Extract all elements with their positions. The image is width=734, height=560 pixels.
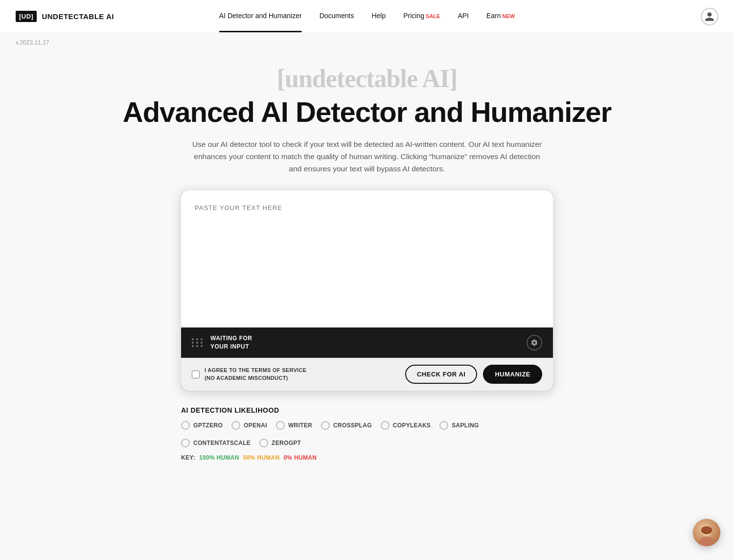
text-input[interactable] (195, 204, 539, 312)
terms-checkbox[interactable] (192, 371, 200, 378)
check-for-ai-button[interactable]: CHECK FOR AI (405, 365, 477, 384)
editor-textarea-wrap (181, 190, 553, 327)
detector-contentatscale-circle (181, 439, 190, 447)
toolbar-left: WAITING FOR YOUR INPUT (192, 334, 252, 351)
key-0-human: 0% HUMAN (283, 454, 317, 461)
detector-crossplag-circle (321, 421, 330, 430)
logo[interactable]: [ud] UNDETECTABLE AI (16, 11, 114, 22)
settings-gear-button[interactable] (527, 335, 542, 350)
avatar-image (693, 519, 720, 546)
detector-writer: WRITER (276, 421, 312, 430)
hero-title-main: Advanced AI Detector and Humanizer (16, 96, 718, 129)
terms-label: I AGREE TO THE TERMS OF SERVICE (NO ACAD… (205, 367, 306, 382)
detector-openai-circle (231, 421, 240, 430)
nav-item-earn[interactable]: EarnNEW (486, 12, 515, 22)
dots-grid-icon (192, 338, 204, 347)
editor-card: WAITING FOR YOUR INPUT I AGREE TO THE TE… (181, 190, 553, 391)
key-50-human: 50% HUMAN (243, 454, 280, 461)
terms-group: I AGREE TO THE TERMS OF SERVICE (NO ACAD… (192, 367, 306, 382)
key-label: KEY: (181, 454, 195, 461)
user-avatar-button[interactable] (701, 8, 718, 25)
pricing-sale-badge: SALE (426, 13, 440, 19)
earn-new-badge: NEW (503, 13, 515, 19)
hero-section: [undetectable AI] Advanced AI Detector a… (0, 52, 734, 175)
detection-key: KEY: 100% HUMAN 50% HUMAN 0% HUMAN (181, 454, 553, 461)
nav-item-api[interactable]: API (458, 12, 469, 22)
navbar: [ud] UNDETECTABLE AI AI Detector and Hum… (0, 0, 734, 33)
version-label: v.2023.11.17 (0, 33, 734, 52)
detector-sapling: SAPLING (439, 421, 479, 430)
key-100-human: 100% HUMAN (199, 454, 239, 461)
action-buttons: CHECK FOR AI HUMANIZE (405, 365, 542, 384)
chat-avatar-bubble[interactable] (693, 519, 720, 546)
nav-item-help[interactable]: Help (371, 12, 386, 22)
detector-openai: OPENAI (231, 421, 267, 430)
detector-contentatscale: CONTENTATSCALE (181, 439, 251, 447)
detector-zerogpt-circle (259, 439, 268, 447)
hero-title-faded: [undetectable AI] (16, 64, 718, 94)
toolbar-status: WAITING FOR YOUR INPUT (210, 334, 252, 351)
hero-description: Use our AI detector tool to check if you… (191, 139, 543, 175)
detection-title: AI DETECTION LIKELIHOOD (181, 406, 553, 414)
detector-list: GPTZERO OPENAI WRITER CROSSPLAG COPYLEAK… (181, 421, 553, 447)
detector-zerogpt: ZEROGPT (259, 439, 301, 447)
detector-crossplag: CROSSPLAG (321, 421, 372, 430)
detector-sapling-circle (439, 421, 448, 430)
detector-gptzero-circle (181, 421, 190, 430)
humanize-button[interactable]: HUMANIZE (483, 365, 542, 384)
detector-copyleaks-circle (381, 421, 390, 430)
detection-section: AI DETECTION LIKELIHOOD GPTZERO OPENAI W… (181, 406, 553, 471)
detector-gptzero: GPTZERO (181, 421, 223, 430)
nav-item-pricing[interactable]: PricingSALE (403, 12, 440, 22)
logo-bracket: [ud] (16, 11, 37, 22)
detector-copyleaks: COPYLEAKS (381, 421, 431, 430)
nav-item-documents[interactable]: Documents (320, 12, 354, 22)
nav-menu: AI Detector and Humanizer Documents Help… (219, 12, 515, 22)
editor-bottom-bar: I AGREE TO THE TERMS OF SERVICE (NO ACAD… (181, 358, 553, 391)
navbar-actions (701, 8, 718, 25)
editor-toolbar: WAITING FOR YOUR INPUT (181, 327, 553, 358)
svg-point-2 (702, 527, 711, 533)
logo-text: UNDETECTABLE AI (42, 12, 114, 21)
nav-item-detector[interactable]: AI Detector and Humanizer (219, 12, 302, 22)
detector-writer-circle (276, 421, 285, 430)
